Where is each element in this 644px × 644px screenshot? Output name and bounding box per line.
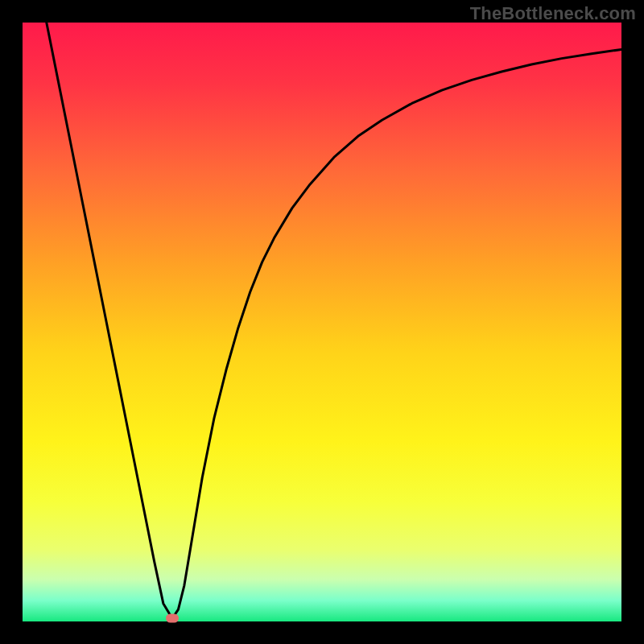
chart-frame	[23, 23, 621, 621]
optimal-point-marker	[166, 614, 179, 623]
watermark-text: TheBottleneck.com	[470, 3, 636, 24]
gradient-background	[23, 23, 621, 621]
chart-svg	[23, 23, 621, 621]
